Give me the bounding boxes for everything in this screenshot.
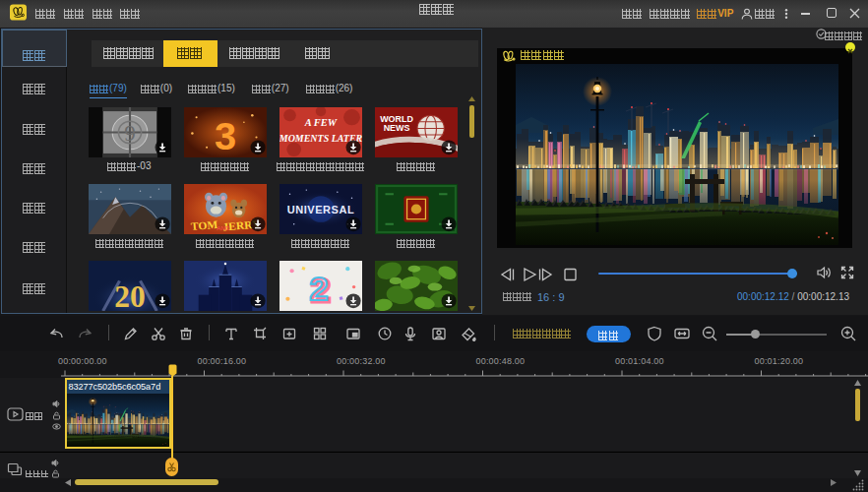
svg-text:9: 9 bbox=[124, 121, 136, 146]
svg-text:3: 3 bbox=[215, 114, 236, 156]
svg-text:20: 20 bbox=[114, 279, 145, 311]
svg-text:AND: AND bbox=[217, 224, 230, 231]
svg-text:NEWS: NEWS bbox=[384, 124, 410, 134]
svg-text:UNIVERSAL: UNIVERSAL bbox=[287, 204, 354, 215]
svg-text:A FEW: A FEW bbox=[304, 118, 338, 129]
svg-text:TOM: TOM bbox=[190, 218, 218, 232]
svg-text:2: 2 bbox=[309, 271, 328, 307]
